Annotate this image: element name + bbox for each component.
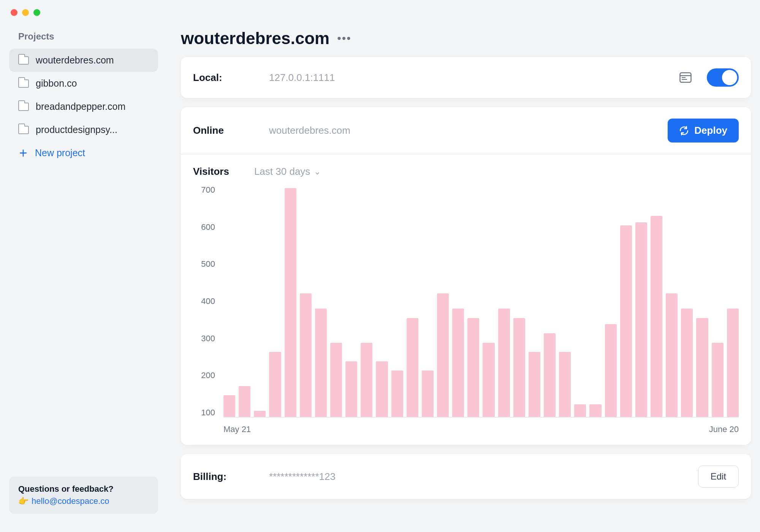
page-title: wouterdebres.com [181,29,329,48]
online-label: Online [193,125,254,136]
chart-bar [498,309,510,417]
y-axis-tick: 700 [193,185,215,195]
chart-bar [666,293,678,417]
chart-bar [345,361,357,417]
folder-icon [18,103,29,111]
folder-icon [18,126,29,134]
chart-bar [605,324,617,417]
chart-bar [422,370,434,417]
x-axis-start-label: May 21 [223,424,251,436]
y-axis-tick: 200 [193,370,215,380]
y-axis-tick: 100 [193,408,215,418]
deploy-label: Deploy [694,125,727,136]
minimize-window-button[interactable] [22,9,29,16]
more-actions-button[interactable]: ••• [337,32,352,45]
window-titlebar [0,0,760,20]
sidebar: Projects wouterdebres.comgibbon.cobreada… [0,20,167,523]
chart-bar [330,343,342,417]
chart-bar [544,333,556,417]
chart-bar [361,343,372,417]
chart-bar [483,343,494,417]
y-axis-tick: 400 [193,296,215,306]
chart-bar [529,352,540,417]
billing-card: Billing: *************123 Edit [181,454,751,499]
terminal-icon[interactable] [679,72,692,83]
visitors-chart: 700600500400300200100 May 21 June 20 [193,185,739,436]
chart-bar [223,395,235,417]
chart-bar [574,404,586,417]
chart-bar [300,293,312,417]
sidebar-heading: Projects [9,31,158,49]
billing-edit-button[interactable]: Edit [698,466,739,488]
sidebar-item-project[interactable]: gibbon.co [9,72,158,95]
online-domain: wouterdebres.com [269,125,652,136]
chart-bar [269,352,281,417]
chart-bar [285,188,296,417]
y-axis-tick: 300 [193,334,215,344]
feedback-email-link[interactable]: 👉 hello@codespace.co [18,496,149,506]
visitors-range-dropdown[interactable]: Last 30 days ⌄ [254,166,321,177]
close-window-button[interactable] [11,9,17,16]
local-card: Local: 127.0.0.1:1111 [181,57,751,98]
feedback-title: Questions or feedback? [18,484,149,494]
folder-icon [18,56,29,65]
deploy-button[interactable]: Deploy [668,119,739,142]
chart-bar [513,318,525,417]
y-axis-tick: 500 [193,259,215,269]
sidebar-item-label: gibbon.co [36,78,77,89]
chart-bar [712,343,724,417]
chart-bar [696,318,708,417]
chart-bar [681,309,693,417]
chart-bar [651,216,662,417]
main-content: wouterdebres.com ••• Local: 127.0.0.1:11… [167,20,760,523]
main-card: Online wouterdebres.com Deploy Visitors [181,107,751,445]
y-axis-tick: 600 [193,222,215,232]
chart-bar [437,293,449,417]
chart-bar [407,318,418,417]
billing-value: *************123 [269,471,683,483]
sidebar-item-label: breadandpepper.com [36,101,125,112]
sidebar-item-project[interactable]: wouterdebres.com [9,49,158,72]
chart-bar [467,318,479,417]
sync-icon [679,126,689,136]
billing-label: Billing: [193,471,254,483]
plus-icon: + [18,148,28,158]
feedback-box: Questions or feedback? 👉 hello@codespace… [9,477,158,514]
visitors-range-label: Last 30 days [254,166,310,177]
chart-bar [254,411,266,417]
chart-bar [559,352,571,417]
x-axis-end-label: June 20 [709,424,739,436]
local-label: Local: [193,72,254,84]
sidebar-item-label: productdesignpsy... [36,124,117,135]
feedback-email-text: hello@codespace.co [32,496,109,506]
folder-icon [18,79,29,88]
visitors-label: Visitors [193,166,229,177]
sidebar-item-project[interactable]: breadandpepper.com [9,95,158,118]
chart-bar [452,309,464,417]
chart-bar [391,370,403,417]
chart-bar [239,386,250,417]
local-address: 127.0.0.1:1111 [269,72,664,84]
sidebar-item-project[interactable]: productdesignpsy... [9,118,158,141]
chart-bar [635,222,647,417]
chart-bar [620,225,632,417]
new-project-label: New project [35,147,85,158]
chevron-down-icon: ⌄ [314,167,321,177]
chart-bar [376,361,388,417]
pointing-hand-icon: 👉 [18,496,28,506]
maximize-window-button[interactable] [33,9,40,16]
local-toggle[interactable] [707,68,739,87]
sidebar-item-label: wouterdebres.com [36,55,114,66]
new-project-button[interactable]: + New project [9,141,158,165]
chart-bar [315,309,327,417]
chart-bar [589,404,601,417]
chart-bar [727,309,739,417]
